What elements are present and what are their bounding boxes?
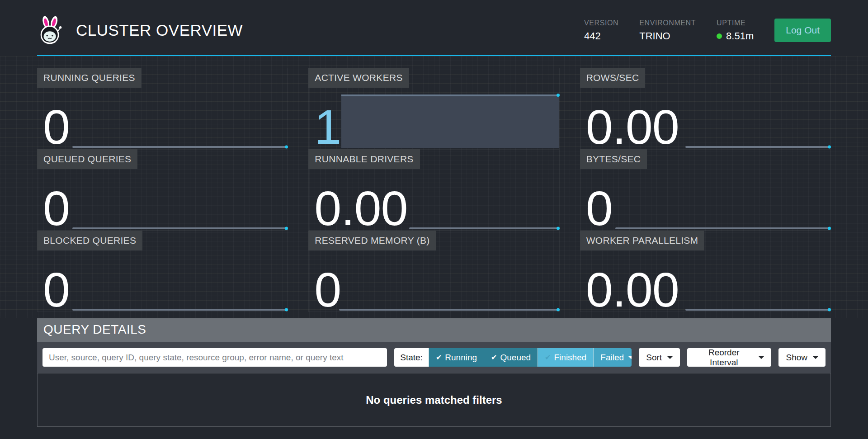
brand: CLUSTER OVERVIEW [37, 15, 243, 45]
metric-label-runnable-drivers: RUNNABLE DRIVERS [308, 149, 420, 169]
sparkline-queued-queries [72, 227, 287, 229]
sparkline-runnable-drivers [409, 227, 559, 229]
sparkline-reserved-memory [339, 309, 559, 311]
chevron-down-icon [759, 356, 764, 359]
state-filter-label-text: Running [445, 353, 477, 363]
metric-label-active-workers: ACTIVE WORKERS [308, 68, 409, 88]
version-label: VERSION [584, 19, 618, 27]
cluster-hud: RUNNING QUERIES 0 ACTIVE WORKERS 1 ROWS/… [0, 56, 868, 318]
uptime-status-dot-icon [717, 33, 722, 39]
show-dropdown-button[interactable]: Show [778, 348, 826, 367]
metric-label-bytes-sec: BYTES/SEC [580, 149, 647, 169]
state-filter-group: State: ✔Running✔Queued✔FinishedFailed [394, 348, 632, 367]
metric-card-blocked-queries: BLOCKED QUERIES 0 [37, 231, 288, 312]
query-details-section: QUERY DETAILS State: ✔Running✔Queued✔Fin… [37, 318, 831, 427]
metric-value-running-queries: 0 [43, 103, 70, 151]
query-list-empty-state: No queries matched filters [37, 373, 831, 427]
chevron-down-icon [667, 356, 673, 359]
metric-label-rows-sec: ROWS/SEC [580, 68, 646, 88]
state-filter-label: State: [394, 348, 429, 367]
metrics-grid: RUNNING QUERIES 0 ACTIVE WORKERS 1 ROWS/… [37, 68, 831, 312]
metric-value-worker-parallelism: 0.00 [586, 265, 679, 314]
uptime-value: 8.51m [726, 30, 754, 42]
sparkline-bytes-sec [615, 227, 830, 229]
sort-dropdown-button[interactable]: Sort [639, 348, 680, 367]
metric-label-queued-queries: QUEUED QUERIES [37, 149, 137, 169]
state-filter-finished-button[interactable]: ✔Finished [538, 348, 593, 367]
chevron-down-icon [628, 356, 632, 359]
environment-value: TRINO [639, 30, 696, 42]
state-filter-label-text: Finished [554, 353, 587, 363]
chevron-down-icon [813, 356, 818, 359]
check-icon: ✔ [491, 353, 497, 362]
trino-bunny-logo[interactable] [37, 15, 63, 45]
metric-value-blocked-queries: 0 [43, 265, 70, 314]
metric-card-reserved-memory: RESERVED MEMORY (B) 0 [308, 231, 559, 312]
metric-value-bytes-sec: 0 [586, 184, 613, 233]
metric-card-runnable-drivers: RUNNABLE DRIVERS 0.00 [308, 149, 559, 231]
metric-card-queued-queries: QUEUED QUERIES 0 [37, 149, 288, 231]
metric-label-running-queries: RUNNING QUERIES [37, 68, 142, 88]
header-status-area: VERSION 442 ENVIRONMENT TRINO UPTIME 8.5… [584, 19, 831, 42]
metric-card-active-workers: ACTIVE WORKERS 1 [308, 68, 559, 149]
state-filter-running-button[interactable]: ✔Running [429, 348, 484, 367]
app-header: CLUSTER OVERVIEW VERSION 442 ENVIRONMENT… [0, 0, 868, 56]
metric-label-reserved-memory: RESERVED MEMORY (B) [308, 231, 436, 250]
header-accent-divider [37, 55, 831, 56]
check-icon: ✔ [545, 353, 551, 362]
metric-label-blocked-queries: BLOCKED QUERIES [37, 231, 142, 250]
metric-label-worker-parallelism: WORKER PARALLELISM [580, 231, 705, 250]
metric-value-reserved-memory: 0 [314, 265, 341, 314]
uptime-stat: UPTIME 8.51m [717, 19, 754, 42]
metric-value-queued-queries: 0 [43, 184, 70, 233]
metric-value-active-workers: 1 [314, 103, 341, 151]
state-filter-label-text: Queued [500, 353, 531, 363]
version-stat: VERSION 442 [584, 19, 618, 42]
environment-label: ENVIRONMENT [639, 19, 696, 27]
metric-value-rows-sec: 0.00 [586, 103, 679, 151]
state-filter-label-text: Failed [600, 353, 624, 363]
state-filter-failed-button[interactable]: Failed [593, 348, 632, 367]
metric-value-runnable-drivers: 0.00 [314, 184, 407, 233]
query-details-title: QUERY DETAILS [37, 318, 831, 342]
metric-card-running-queries: RUNNING QUERIES 0 [37, 68, 288, 149]
sparkline-rows-sec [685, 146, 830, 148]
sparkline-worker-parallelism [685, 309, 830, 311]
trino-bunny-logo-icon [37, 15, 63, 45]
page-title: CLUSTER OVERVIEW [76, 21, 243, 39]
state-filter-queued-button[interactable]: ✔Queued [484, 348, 538, 367]
sparkline-active-workers [341, 94, 558, 148]
metric-card-bytes-sec: BYTES/SEC 0 [580, 149, 831, 231]
query-search-input[interactable] [42, 348, 387, 367]
sparkline-running-queries [72, 146, 287, 148]
logout-button[interactable]: Log Out [774, 19, 831, 42]
version-value: 442 [584, 30, 618, 42]
check-icon: ✔ [436, 353, 442, 362]
uptime-label: UPTIME [717, 19, 754, 27]
query-details-toolbar: State: ✔Running✔Queued✔FinishedFailed So… [37, 342, 831, 373]
metric-card-rows-sec: ROWS/SEC 0.00 [580, 68, 831, 149]
environment-stat: ENVIRONMENT TRINO [639, 19, 696, 42]
metric-card-worker-parallelism: WORKER PARALLELISM 0.00 [580, 231, 831, 312]
sparkline-blocked-queries [72, 309, 287, 311]
reorder-interval-dropdown-button[interactable]: Reorder Interval [687, 348, 771, 367]
empty-message: No queries matched filters [366, 394, 502, 406]
